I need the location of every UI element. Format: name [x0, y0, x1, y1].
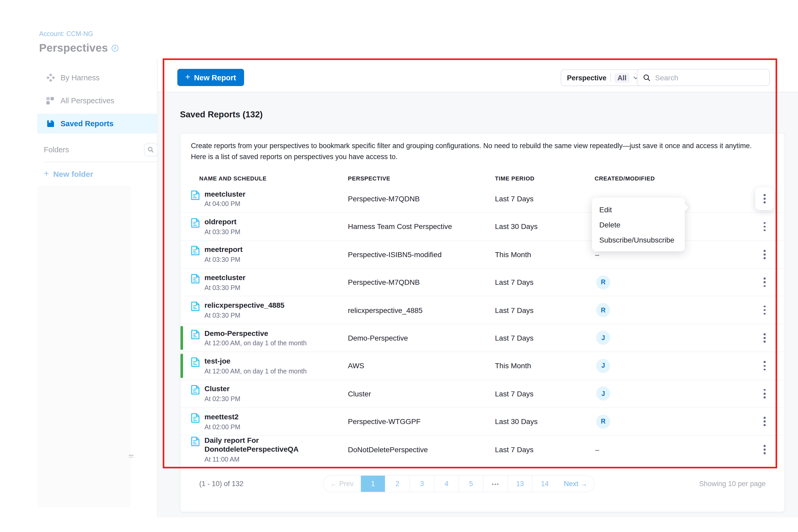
- sidebar-item-saved-reports[interactable]: Saved Reports: [37, 114, 157, 134]
- kebab-menu-button[interactable]: [758, 219, 771, 234]
- kebab-menu-button[interactable]: [758, 247, 771, 262]
- search-icon: [643, 74, 650, 81]
- pagination-range: (1 - 10) of 132: [199, 480, 244, 488]
- report-name[interactable]: relicxperspective_4885: [205, 301, 285, 310]
- report-name[interactable]: meettest2: [205, 413, 241, 421]
- info-icon[interactable]: i: [112, 44, 118, 51]
- row-actions: [700, 302, 774, 318]
- perspective-filter-dropdown[interactable]: Perspective All: [561, 69, 644, 86]
- page-button-13[interactable]: 13: [508, 476, 533, 492]
- table-row[interactable]: Cluster At 02:30 PM Cluster Last 7 Days …: [180, 380, 784, 408]
- table-row[interactable]: meettest2 At 02:00 PM Perspective-WTGGPF…: [180, 408, 784, 436]
- page-button-14[interactable]: 14: [533, 476, 557, 492]
- folders-label: Folders: [44, 146, 69, 154]
- report-name-cell: meetcluster At 03:30 PM: [191, 273, 348, 291]
- prev-page-button[interactable]: ← Prev: [323, 476, 361, 492]
- report-document-icon: [191, 246, 200, 256]
- folder-search-button[interactable]: [144, 143, 157, 156]
- kebab-menu-button[interactable]: [758, 442, 771, 457]
- report-perspective: Harness Team Cost Perspective: [348, 223, 495, 231]
- report-time-period: Last 7 Days: [495, 390, 594, 398]
- report-name[interactable]: Daily report For DonotdeletePerspectiveQ…: [205, 436, 348, 454]
- page-button-5[interactable]: 5: [459, 476, 483, 492]
- table-body: meetcluster At 04:00 PM Perspective-M7QD…: [180, 185, 784, 464]
- report-perspective: Perspective-M7QDNB: [348, 194, 495, 203]
- search-input[interactable]: [655, 73, 764, 82]
- table-row[interactable]: meetreport At 03:30 PM Perspective-ISIBN…: [180, 241, 784, 269]
- page-title-row: Perspectives i: [39, 42, 118, 54]
- page-ellipsis[interactable]: •••: [483, 476, 508, 492]
- sidebar-item-all-perspectives[interactable]: All Perspectives: [37, 91, 157, 111]
- report-document-icon: [191, 329, 200, 339]
- page-button-3[interactable]: 3: [410, 476, 435, 492]
- report-document-icon: [191, 413, 200, 423]
- sidebar-item-label: By Harness: [60, 74, 100, 82]
- report-name[interactable]: meetreport: [205, 245, 243, 254]
- reports-description: Create reports from your perspectives to…: [180, 134, 784, 163]
- kebab-menu-button[interactable]: [758, 386, 771, 402]
- plus-icon: +: [185, 72, 190, 82]
- filter-value-badge: All: [614, 73, 630, 83]
- report-perspective: Perspective-M7QDNB: [348, 278, 495, 286]
- account-breadcrumb[interactable]: Account: CCM-NG: [39, 30, 93, 38]
- report-name[interactable]: meetcluster: [205, 273, 245, 282]
- page-button-1[interactable]: 1: [361, 476, 385, 492]
- table-row[interactable]: Demo-Perspective At 12:00 AM, on day 1 o…: [180, 324, 784, 352]
- context-menu-item-subscribe-unsubscribe[interactable]: Subscribe/Unsubscribe: [592, 232, 685, 247]
- table-row[interactable]: oldreport At 03:30 PM Harness Team Cost …: [180, 213, 784, 241]
- pager: ← Prev 12345•••1314 Next →: [323, 475, 594, 492]
- perspectives-page: Account: CCM-NG Perspectives i By Harnes…: [0, 0, 798, 532]
- table-row[interactable]: meetcluster At 04:00 PM Perspective-M7QD…: [180, 185, 784, 213]
- report-document-icon: [191, 302, 200, 311]
- table-row[interactable]: relicxperspective_4885 At 03:30 PM relic…: [180, 297, 784, 324]
- report-name-cell: oldreport At 03:30 PM: [191, 217, 348, 236]
- report-schedule: At 03:30 PM: [205, 228, 241, 236]
- context-menu-item-edit[interactable]: Edit: [592, 202, 685, 217]
- saved-reports-card: Create reports from your perspectives to…: [180, 133, 785, 512]
- table-row[interactable]: meetcluster At 03:30 PM Perspective-M7QD…: [180, 269, 784, 297]
- report-time-period: Last 7 Days: [495, 445, 594, 454]
- kebab-menu-button[interactable]: [758, 330, 771, 346]
- page-button-4[interactable]: 4: [435, 476, 459, 492]
- report-time-period: Last 30 Days: [495, 223, 594, 231]
- row-actions: [700, 386, 774, 402]
- report-name-cell: test-joe At 12:00 AM, on day 1 of the mo…: [191, 357, 348, 375]
- report-name[interactable]: test-joe: [205, 357, 307, 366]
- grid-icon: [46, 96, 55, 105]
- table-row[interactable]: test-joe At 12:00 AM, on day 1 of the mo…: [180, 352, 784, 380]
- report-created-by: J: [594, 359, 700, 373]
- row-context-menu: EditDeleteSubscribe/Unsubscribe: [592, 198, 685, 251]
- report-schedule: At 12:00 AM, on day 1 of the month: [205, 340, 307, 347]
- user-avatar: J: [596, 359, 610, 373]
- report-name[interactable]: oldreport: [205, 217, 241, 226]
- kebab-menu-button[interactable]: [758, 274, 771, 290]
- new-report-button[interactable]: + New Report: [177, 69, 244, 86]
- table-row[interactable]: Daily report For DonotdeletePerspectiveQ…: [180, 436, 784, 464]
- report-perspective: Demo-Perspective: [348, 334, 495, 342]
- row-actions: [700, 330, 774, 346]
- report-time-period: This Month: [495, 250, 594, 259]
- row-actions: [700, 414, 774, 429]
- kebab-menu-button[interactable]: [758, 358, 771, 374]
- user-avatar: J: [596, 387, 610, 401]
- report-name[interactable]: Demo-Perspective: [205, 329, 307, 338]
- sidebar-item-by-harness[interactable]: By Harness: [37, 68, 157, 88]
- kebab-menu-button[interactable]: [758, 191, 771, 207]
- page-button-2[interactable]: 2: [385, 476, 410, 492]
- report-name[interactable]: meetcluster: [205, 190, 245, 198]
- search-box: [637, 69, 770, 86]
- context-menu-item-delete[interactable]: Delete: [592, 217, 685, 232]
- row-actions: [700, 358, 774, 374]
- kebab-menu-button[interactable]: [758, 414, 771, 429]
- next-page-button[interactable]: Next →: [557, 476, 594, 492]
- report-time-period: Last 30 Days: [495, 417, 594, 425]
- kebab-menu-button[interactable]: [758, 302, 771, 318]
- report-name[interactable]: Cluster: [205, 385, 241, 394]
- report-perspective: AWS: [348, 362, 495, 370]
- row-actions: [700, 219, 774, 234]
- report-document-icon: [191, 218, 200, 228]
- new-folder-button[interactable]: + New folder: [44, 169, 157, 179]
- sidebar-resize-handle[interactable]: [129, 455, 134, 458]
- report-schedule: At 02:30 PM: [205, 395, 241, 403]
- report-created-by: R: [594, 275, 700, 289]
